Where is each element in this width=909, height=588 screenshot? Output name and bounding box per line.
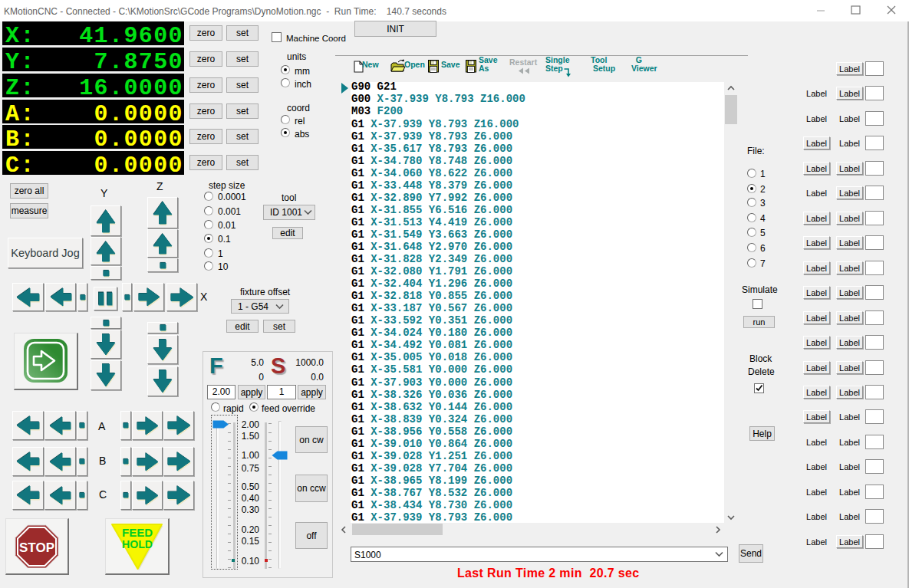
- svg-text:FEED: FEED: [122, 527, 153, 539]
- svg-text:STOP: STOP: [19, 540, 54, 555]
- svg-text:HOLD: HOLD: [122, 538, 153, 550]
